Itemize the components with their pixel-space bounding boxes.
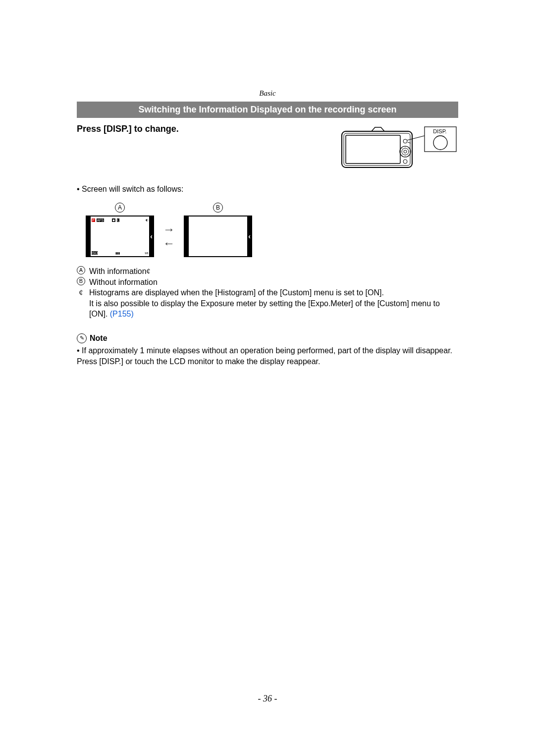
note-icon: ✎ — [77, 333, 87, 343]
label-b-circle: B — [213, 203, 223, 213]
legend-star-marker: ¢ — [77, 287, 85, 298]
svg-line-13 — [402, 155, 403, 156]
svg-point-15 — [403, 160, 407, 163]
arrow-left-icon: ← — [163, 237, 175, 249]
svg-point-6 — [404, 150, 407, 153]
camera-diagram: DISP. — [339, 125, 458, 170]
svg-point-4 — [400, 146, 411, 157]
note-text: • If approximately 1 minute elapses with… — [77, 345, 458, 367]
screen-a: A ‹ PAFS◉ ■ L ☐⊙ ◐ ISO ▮▮▮ 98 — [86, 203, 154, 257]
label-a-circle: A — [115, 203, 125, 213]
screen-switch-diagram: A ‹ PAFS◉ ■ L ☐⊙ ◐ ISO ▮▮▮ 98 → ← B ‹ — [86, 203, 458, 257]
arrow-right-icon: → — [163, 223, 175, 235]
note-label: Note — [90, 334, 107, 343]
legend-b-text: Without information — [89, 277, 158, 288]
switch-bullet: • Screen will switch as follows: — [77, 185, 458, 194]
legend-star-text-1: Histograms are displayed when the [Histo… — [89, 288, 384, 297]
switch-arrows: → ← — [163, 223, 175, 249]
svg-line-12 — [408, 148, 409, 149]
svg-line-14 — [408, 155, 409, 156]
svg-rect-0 — [342, 131, 412, 167]
section-label: Basic — [77, 89, 458, 98]
legend-star: ¢ Histograms are displayed when the [His… — [77, 287, 458, 320]
heading-bar: Switching the Information Displayed on t… — [77, 102, 458, 118]
svg-point-5 — [402, 148, 409, 155]
legend-a-label: A — [77, 266, 85, 274]
chevron-left-icon: ‹ — [248, 232, 251, 240]
svg-point-3 — [403, 139, 407, 143]
disp-label-text: DISP. — [433, 128, 446, 134]
page-number: - 36 - — [0, 694, 535, 704]
screen-without-info: ‹ — [184, 216, 252, 257]
svg-rect-2 — [346, 135, 400, 163]
legend-b-label: B — [77, 277, 85, 285]
note-heading: ✎ Note — [77, 333, 458, 343]
screen-with-info: ‹ PAFS◉ ■ L ☐⊙ ◐ ISO ▮▮▮ 98 — [86, 216, 154, 257]
legend-block: A With information¢ B Without informatio… — [77, 266, 458, 320]
screen-b: B ‹ — [184, 203, 252, 257]
legend-b: B Without information — [77, 277, 458, 288]
page-link-p155[interactable]: (P155) — [110, 310, 134, 318]
legend-a-text: With information — [89, 267, 147, 275]
legend-a-marker: ¢ — [147, 267, 151, 275]
legend-star-text-2: It is also possible to display the Expos… — [89, 299, 440, 319]
svg-line-16 — [407, 136, 425, 140]
svg-line-11 — [402, 148, 403, 149]
legend-a: A With information¢ — [77, 266, 458, 277]
chevron-left-icon: ‹ — [150, 232, 153, 240]
